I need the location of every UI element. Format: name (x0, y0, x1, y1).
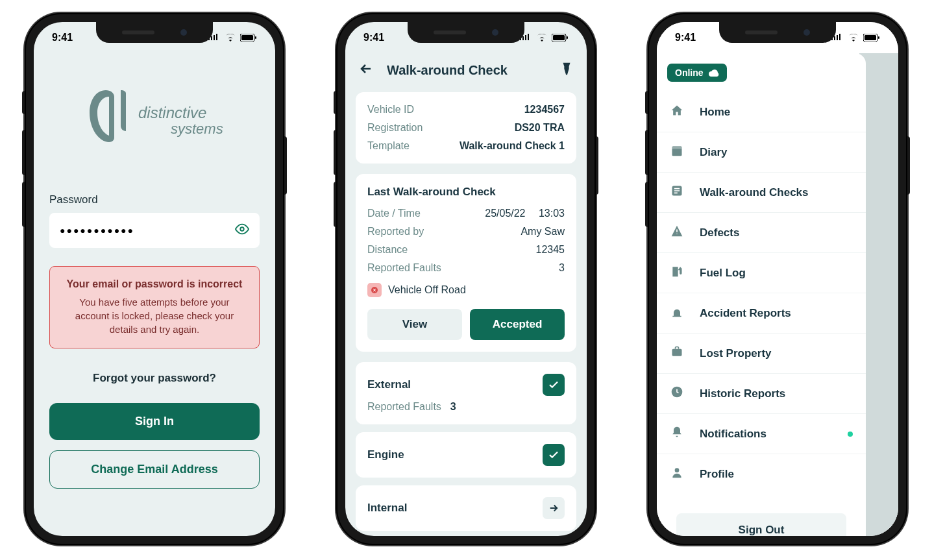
external-faults-count: 3 (450, 401, 456, 413)
accepted-button[interactable]: Accepted (470, 309, 565, 340)
view-button[interactable]: View (367, 309, 462, 340)
svg-text:distinctive: distinctive (138, 104, 206, 121)
menu-item-profile[interactable]: Profile (657, 454, 866, 494)
vehicle-id-label: Vehicle ID (367, 104, 414, 116)
distance-value: 12345 (536, 244, 565, 256)
svg-rect-8 (567, 36, 568, 39)
flashlight-icon[interactable] (559, 62, 574, 79)
menu-item-home[interactable]: Home (657, 92, 866, 132)
registration-label: Registration (367, 122, 423, 134)
vehicle-info-card: Vehicle ID1234567 RegistrationDS20 TRA T… (356, 92, 576, 164)
home-icon (670, 104, 684, 120)
section-engine[interactable]: Engine (356, 432, 576, 478)
status-time: 9:41 (363, 32, 384, 43)
template-value: Walk-around Check 1 (460, 140, 565, 152)
forgot-password-link[interactable]: Forgot your password? (49, 372, 260, 385)
menu-item-fuel[interactable]: Fuel Log (657, 253, 866, 293)
password-value: ●●●●●●●●●●● (60, 225, 134, 236)
section-external-title: External (367, 378, 411, 391)
briefcase-icon (670, 345, 684, 361)
menu-item-walkaround[interactable]: Walk-around Checks (657, 173, 866, 213)
template-label: Template (367, 140, 410, 152)
svg-point-18 (675, 468, 680, 472)
password-input[interactable]: ●●●●●●●●●●● (49, 213, 260, 248)
svg-rect-1 (241, 35, 253, 40)
warning-icon (670, 225, 684, 241)
menu-item-lost[interactable]: Lost Property (657, 334, 866, 374)
faults-value: 3 (559, 262, 565, 274)
nav-drawer: Online Home Diary Walk-around Checks Def… (657, 53, 866, 536)
vehicle-id-value: 1234567 (524, 104, 565, 116)
alert-icon (367, 283, 382, 297)
checklist-icon (670, 184, 684, 201)
status-icons (519, 34, 569, 42)
distance-label: Distance (367, 244, 408, 256)
section-internal-title: Internal (367, 502, 407, 515)
faults-label: Reported Faults (367, 262, 441, 274)
datetime-label: Date / Time (367, 208, 421, 219)
clock-icon (670, 385, 684, 402)
svg-rect-11 (865, 35, 876, 40)
check-icon (543, 374, 565, 396)
sign-in-button[interactable]: Sign In (49, 403, 260, 440)
section-engine-title: Engine (367, 448, 404, 461)
menu-item-notifications[interactable]: Notifications (657, 414, 866, 454)
status-time: 9:41 (675, 32, 696, 43)
svg-rect-16 (672, 349, 682, 356)
status-time: 9:41 (52, 32, 73, 43)
password-label: Password (49, 193, 260, 206)
error-alert: Your email or password is incorrect You … (49, 266, 260, 348)
page-title: Walk-around Check (387, 63, 508, 78)
vor-text: Vehicle Off Road (388, 284, 466, 296)
calendar-icon (670, 144, 684, 160)
bell-icon (670, 426, 684, 442)
siren-icon (670, 305, 684, 321)
status-icons (831, 34, 880, 42)
registration-value: DS20 TRA (515, 122, 565, 134)
change-email-button[interactable]: Change Email Address (49, 450, 260, 489)
eye-icon[interactable] (235, 222, 249, 239)
svg-rect-2 (255, 36, 256, 39)
menu-item-accident[interactable]: Accident Reports (657, 293, 866, 334)
svg-rect-12 (878, 36, 879, 39)
reportedby-value: Amy Saw (521, 226, 565, 237)
error-title: Your email or password is incorrect (62, 278, 247, 290)
svg-text:systems: systems (171, 121, 223, 137)
external-faults-label: Reported Faults (367, 401, 441, 413)
online-status-badge: Online (667, 64, 727, 82)
svg-rect-14 (672, 146, 682, 149)
person-icon (670, 466, 684, 482)
back-icon[interactable] (358, 61, 374, 79)
datetime-value: 25/05/22 13:03 (485, 208, 565, 219)
svg-rect-7 (553, 35, 565, 40)
reportedby-label: Reported by (367, 226, 424, 237)
error-message: You have five attempts before your accou… (62, 295, 247, 336)
last-check-card: Last Walk-around Check Date / Time25/05/… (356, 174, 576, 352)
fuel-icon (670, 265, 684, 281)
cloud-icon (709, 69, 719, 77)
menu-item-historic[interactable]: Historic Reports (657, 374, 866, 414)
menu-item-diary[interactable]: Diary (657, 132, 866, 173)
menu-item-defects[interactable]: Defects (657, 213, 866, 253)
section-internal[interactable]: Internal (356, 485, 576, 531)
check-icon (543, 444, 565, 466)
brand-logo: distinctive systems (49, 80, 260, 161)
status-icons (208, 34, 257, 42)
section-external[interactable]: External Reported Faults 3 (356, 362, 576, 424)
arrow-right-icon (543, 497, 565, 519)
last-check-heading: Last Walk-around Check (367, 186, 565, 199)
svg-point-5 (240, 227, 244, 231)
notification-dot (848, 432, 853, 437)
sign-out-button[interactable]: Sign Out (676, 513, 846, 536)
